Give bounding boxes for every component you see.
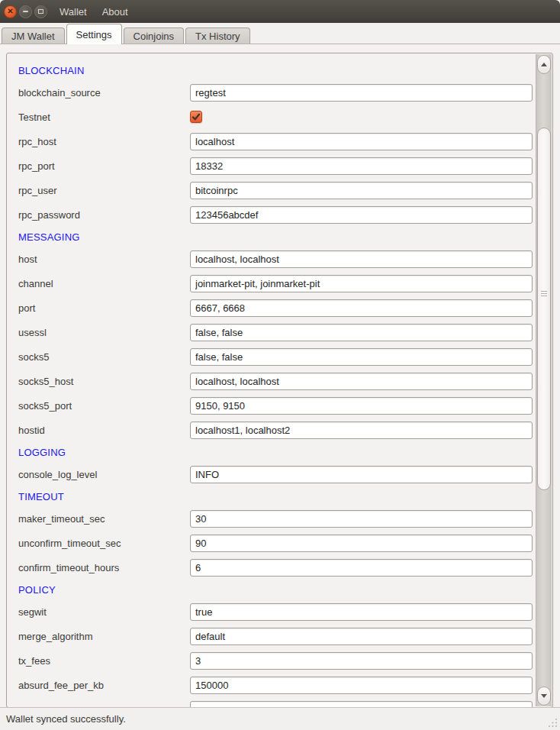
scroll-up-button[interactable]: [537, 55, 551, 74]
field-input-rpc_port[interactable]: [190, 157, 533, 175]
field-input-confirm_timeout_hours[interactable]: [190, 559, 533, 577]
settings-row: rpc_host: [7, 129, 536, 153]
field-input-merge_algorithm[interactable]: [190, 628, 533, 645]
tab-bar: JM WalletSettingsCoinjoinsTx History: [0, 23, 560, 44]
settings-pane: BLOCKCHAINblockchain_sourceTestnetrpc_ho…: [0, 44, 560, 707]
field-label: host: [18, 254, 190, 265]
field-input-socks5[interactable]: [190, 348, 533, 366]
settings-row: console_log_level: [7, 462, 536, 486]
field-label: socks5_host: [18, 376, 190, 387]
section-title-messaging: MESSAGING: [18, 231, 80, 243]
settings-scroll-area: BLOCKCHAINblockchain_sourceTestnetrpc_ho…: [6, 53, 553, 708]
field-input-usessl[interactable]: [190, 324, 533, 341]
field-label: absurd_fee_per_kb: [18, 680, 190, 691]
arrow-up-icon: [541, 63, 547, 66]
field-label: Testnet: [18, 111, 190, 123]
field-input-port[interactable]: [190, 299, 533, 317]
settings-row: Testnet: [7, 105, 536, 129]
settings-row: confirm_timeout_hours: [7, 555, 536, 580]
field-input-rpc_password[interactable]: [190, 206, 533, 224]
section-title-logging: LOGGING: [18, 447, 66, 458]
field-label: tx_fees: [18, 655, 190, 667]
field-input-socks5_host[interactable]: [190, 373, 533, 390]
settings-row: [7, 697, 536, 708]
field-label: socks5: [18, 351, 190, 363]
maximize-button[interactable]: [34, 5, 47, 18]
settings-form: BLOCKCHAINblockchain_sourceTestnetrpc_ho…: [7, 53, 536, 708]
menu-about[interactable]: About: [102, 6, 128, 18]
settings-row: hostid: [7, 418, 536, 442]
field-input-absurd_fee_per_kb[interactable]: [190, 677, 533, 694]
close-icon: ✕: [7, 8, 13, 15]
resize-grip-icon[interactable]: [547, 717, 558, 728]
field-input-socks5_port[interactable]: [190, 397, 533, 415]
settings-row: rpc_user: [7, 178, 536, 202]
field-label: unconfirm_timeout_sec: [18, 538, 190, 549]
settings-row: port: [7, 296, 536, 320]
settings-row: merge_algorithm: [7, 624, 536, 648]
field-input-rpc_user[interactable]: [190, 182, 533, 199]
field-label: merge_algorithm: [18, 631, 190, 642]
field-input-unconfirm_timeout_sec[interactable]: [190, 535, 533, 552]
tab-coinjoins[interactable]: Coinjoins: [124, 27, 184, 44]
section-title-timeout: TIMEOUT: [18, 491, 64, 502]
settings-row: socks5: [7, 344, 536, 369]
field-label: usessl: [18, 327, 190, 338]
status-message: Wallet synced successfully.: [6, 713, 126, 725]
field-label: confirm_timeout_hours: [18, 562, 190, 573]
settings-row: channel: [7, 271, 536, 296]
field-label: hostid: [18, 425, 190, 436]
settings-row: maker_timeout_sec: [7, 506, 536, 531]
arrow-down-icon: [541, 694, 547, 698]
section-title-policy: POLICY: [18, 584, 56, 596]
field-input-hostid[interactable]: [190, 422, 533, 439]
maximize-icon: [38, 9, 43, 14]
field-input-blockchain_source[interactable]: [190, 84, 533, 102]
settings-row: socks5_host: [7, 369, 536, 393]
field-input-segwit[interactable]: [190, 603, 533, 621]
scroll-down-button[interactable]: [537, 686, 551, 706]
settings-row: unconfirm_timeout_sec: [7, 531, 536, 555]
settings-row: socks5_port: [7, 393, 536, 418]
field-label: blockchain_source: [18, 87, 190, 99]
minimize-icon: [23, 11, 28, 12]
vertical-scrollbar[interactable]: [536, 54, 552, 706]
settings-row: rpc_port: [7, 153, 536, 178]
settings-row: usessl: [7, 320, 536, 344]
field-input-host[interactable]: [190, 250, 533, 268]
section-header-row: BLOCKCHAIN: [7, 60, 536, 80]
section-header-row: POLICY: [7, 580, 536, 599]
settings-row: absurd_fee_per_kb: [7, 673, 536, 697]
section-header-row: MESSAGING: [7, 227, 536, 247]
section-title-blockchain: BLOCKCHAIN: [18, 65, 85, 76]
field-input-maker_timeout_sec[interactable]: [190, 510, 533, 528]
status-bar: Wallet synced successfully.: [0, 707, 560, 730]
field-input-tx_fees[interactable]: [190, 652, 533, 670]
menu-wallet[interactable]: Wallet: [60, 6, 87, 18]
tab-tx-history[interactable]: Tx History: [185, 27, 250, 44]
settings-row: segwit: [7, 599, 536, 624]
titlebar: ✕ Wallet About: [0, 0, 560, 23]
tab-jm-wallet[interactable]: JM Wallet: [2, 27, 65, 44]
section-header-row: TIMEOUT: [7, 486, 536, 506]
minimize-button[interactable]: [19, 5, 32, 18]
menubar: Wallet About: [60, 6, 128, 18]
field-label: rpc_password: [18, 209, 190, 221]
field-input-channel[interactable]: [190, 275, 533, 292]
field-label: socks5_port: [18, 400, 190, 412]
close-button[interactable]: ✕: [4, 5, 17, 18]
window-controls: ✕: [4, 5, 47, 18]
field-label: rpc_port: [18, 160, 190, 172]
field-label: console_log_level: [18, 469, 190, 480]
field-label: rpc_user: [18, 185, 190, 196]
tab-settings[interactable]: Settings: [66, 24, 122, 44]
field-label: rpc_host: [18, 136, 190, 147]
scrollbar-thumb[interactable]: [537, 128, 551, 490]
field-label: port: [18, 302, 190, 314]
settings-row: tx_fees: [7, 648, 536, 673]
field-label: maker_timeout_sec: [18, 513, 190, 525]
app-window: ✕ Wallet About JM WalletSettingsCoinjoin…: [0, 0, 560, 730]
field-input-console_log_level[interactable]: [190, 466, 533, 483]
field-input-rpc_host[interactable]: [190, 133, 533, 150]
testnet-checkbox[interactable]: [190, 111, 202, 123]
